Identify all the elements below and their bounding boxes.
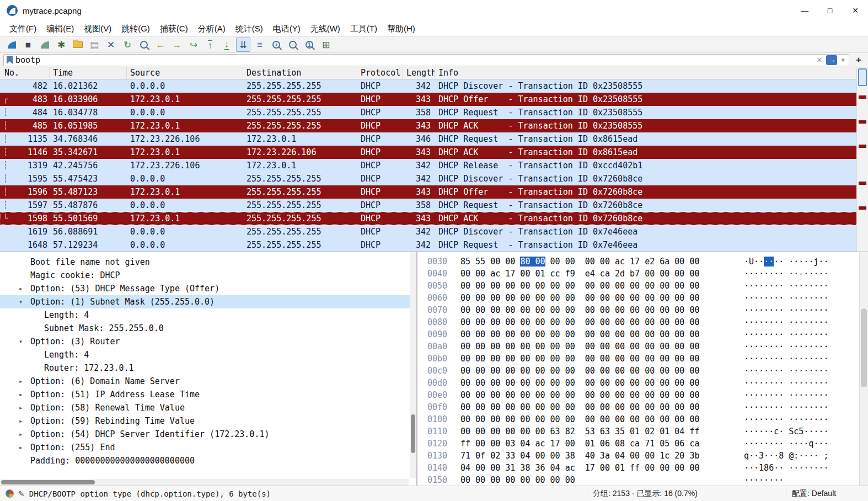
close-button[interactable]: ✕	[843, 0, 868, 21]
capture-restart-icon[interactable]	[37, 38, 52, 52]
minimize-button[interactable]: —	[792, 0, 817, 21]
menu-item-9[interactable]: 工具(T)	[345, 22, 382, 36]
hex-row[interactable]: 003085 55 00 00 80 00 00 00 00 00 ac 17 …	[417, 255, 868, 268]
detail-row[interactable]: ▾Option: (3) Router	[0, 335, 416, 348]
hex-row[interactable]: 00d000 00 00 00 00 00 00 00 00 00 00 00 …	[417, 377, 868, 389]
menu-item-0[interactable]: 文件(F)	[4, 22, 41, 36]
detail-row[interactable]: ▸Option: (51) IP Address Lease Time	[0, 388, 416, 401]
column-header-source[interactable]: Source	[127, 67, 243, 79]
packet-row[interactable]: └159855.501569172.23.0.1255.255.255.255D…	[0, 212, 868, 225]
hex-row[interactable]: 015000 00 00 00 00 00 00 00········	[417, 474, 868, 486]
menu-item-4[interactable]: 捕获(C)	[155, 22, 193, 36]
go-to-packet-icon[interactable]: ↪	[186, 38, 201, 52]
hex-row[interactable]: 013071 0f 02 33 04 00 00 38 40 3a 04 00 …	[417, 450, 868, 462]
scrollbar-thumb[interactable]	[858, 68, 867, 86]
packet-row[interactable]: 164857.1292340.0.0.0255.255.255.255DHCP3…	[0, 238, 868, 252]
expander-icon[interactable]: ▸	[19, 430, 30, 438]
packet-row[interactable]: ┆114635.342671172.23.0.1172.23.226.106DH…	[0, 146, 868, 159]
hex-vscroll-thumb[interactable]	[861, 308, 867, 388]
expander-icon[interactable]: ▸	[19, 417, 30, 425]
column-header-time[interactable]: Time	[50, 67, 127, 79]
detail-row[interactable]: Subnet Mask: 255.255.0.0	[0, 322, 416, 335]
hex-row[interactable]: 00c000 00 00 00 00 00 00 00 00 00 00 00 …	[417, 365, 868, 377]
column-header-destination[interactable]: Destination	[243, 67, 357, 79]
packet-row[interactable]: ┆131942.245756172.23.226.106172.23.0.1DH…	[0, 159, 868, 172]
filter-dropdown-icon[interactable]: ▾	[840, 56, 846, 64]
apply-filter-icon[interactable]: →	[826, 55, 837, 65]
detail-row[interactable]: Magic cookie: DHCP	[0, 269, 416, 282]
detail-row[interactable]: Padding: 000000000000000000000000	[0, 454, 416, 467]
zoom-out-icon[interactable]: −	[286, 38, 300, 52]
details-hscroll-thumb[interactable]	[1, 480, 95, 484]
add-filter-button[interactable]: +	[853, 54, 865, 66]
capture-start-icon[interactable]	[4, 38, 19, 52]
packet-row[interactable]: ┆113534.768346172.23.226.106172.23.0.1DH…	[0, 132, 868, 146]
menu-item-7[interactable]: 电话(Y)	[268, 22, 306, 36]
menu-item-5[interactable]: 分析(A)	[193, 22, 231, 36]
detail-row[interactable]: ▸Option: (6) Domain Name Server	[0, 375, 416, 388]
packet-row[interactable]: ┆159655.487123172.23.0.1255.255.255.255D…	[0, 185, 868, 199]
colorize-icon[interactable]: ≡	[253, 38, 267, 52]
hex-row[interactable]: 0120ff 00 00 03 04 ac 17 00 01 06 08 ca …	[417, 438, 868, 450]
detail-row[interactable]: ▾Option: (1) Subnet Mask (255.255.0.0)	[0, 295, 416, 308]
hex-row[interactable]: 007000 00 00 00 00 00 00 00 00 00 00 00 …	[417, 304, 868, 316]
detail-row[interactable]: Router: 172.23.0.1	[0, 361, 416, 375]
auto-scroll-icon[interactable]: ⇊	[236, 38, 250, 52]
menu-item-6[interactable]: 统计(S)	[231, 22, 268, 36]
packet-row[interactable]: 161956.0886910.0.0.0255.255.255.255DHCP3…	[0, 225, 868, 238]
details-horizontal-scrollbar[interactable]	[0, 479, 409, 486]
hex-row[interactable]: 006000 00 00 00 00 00 00 00 00 00 00 00 …	[417, 292, 868, 304]
column-header-no[interactable]: No.	[0, 67, 50, 79]
find-packet-icon[interactable]	[137, 38, 151, 52]
detail-row[interactable]: Boot file name not given	[0, 255, 416, 269]
hex-row[interactable]: 00b000 00 00 00 00 00 00 00 00 00 00 00 …	[417, 353, 868, 365]
expander-icon[interactable]: ▸	[19, 444, 30, 451]
hex-row[interactable]: 008000 00 00 00 00 00 00 00 00 00 00 00 …	[417, 316, 868, 328]
expander-icon[interactable]: ▸	[19, 377, 30, 385]
profile-text[interactable]: 配置: Default	[792, 489, 862, 499]
filter-bookmark-icon[interactable]	[7, 56, 13, 64]
maximize-button[interactable]: □	[817, 0, 843, 21]
hex-row[interactable]: 009000 00 00 00 00 00 00 00 00 00 00 00 …	[417, 328, 868, 340]
zoom-in-icon[interactable]: +	[269, 38, 283, 52]
packet-list-scrollbar[interactable]	[856, 67, 868, 252]
detail-row[interactable]: ▸Option: (255) End	[0, 441, 416, 454]
resize-columns-icon[interactable]: ⊞	[319, 38, 333, 52]
detail-row[interactable]: ▸Option: (53) DHCP Message Type (Offer)	[0, 282, 416, 295]
packet-row[interactable]: ┆48516.051985172.23.0.1255.255.255.255DH…	[0, 119, 868, 132]
column-header-length[interactable]: Length	[403, 67, 435, 79]
capture-comment-icon[interactable]: ✎	[18, 489, 25, 498]
hex-row[interactable]: 00e000 00 00 00 00 00 00 00 00 00 00 00 …	[417, 389, 868, 401]
hex-row[interactable]: 00f000 00 00 00 00 00 00 00 00 00 00 00 …	[417, 401, 868, 413]
zoom-original-icon[interactable]: 1	[302, 38, 317, 52]
menu-item-2[interactable]: 视图(V)	[79, 22, 116, 36]
expander-icon[interactable]: ▾	[19, 298, 30, 306]
menu-item-1[interactable]: 编辑(E)	[41, 22, 79, 36]
expert-info-icon[interactable]	[6, 489, 14, 498]
detail-row[interactable]: ▸Option: (59) Rebinding Time Value	[0, 414, 416, 428]
hex-row[interactable]: 004000 00 ac 17 00 01 cc f9 e4 ca 2d b7 …	[417, 268, 868, 280]
open-file-icon[interactable]	[71, 38, 85, 52]
packet-row[interactable]: 48216.0213620.0.0.0255.255.255.255DHCP34…	[0, 79, 868, 93]
menu-item-10[interactable]: 帮助(H)	[382, 22, 420, 36]
capture-options-icon[interactable]: ✱	[54, 38, 68, 52]
capture-stop-icon[interactable]: ■	[21, 38, 35, 52]
go-last-packet-icon[interactable]: ↓	[219, 38, 234, 52]
display-filter-input[interactable]	[15, 55, 813, 65]
column-header-protocol[interactable]: Protocol	[357, 67, 403, 79]
detail-row[interactable]: ▸Option: (54) DHCP Server Identifier (17…	[0, 428, 416, 441]
expander-icon[interactable]: ▸	[19, 391, 30, 398]
packet-row[interactable]: ┆159755.4878760.0.0.0255.255.255.255DHCP…	[0, 199, 868, 212]
hex-row[interactable]: 005000 00 00 00 00 00 00 00 00 00 00 00 …	[417, 280, 868, 292]
hex-row[interactable]: 00a000 00 00 00 00 00 00 00 00 00 00 00 …	[417, 340, 868, 353]
detail-row[interactable]: Length: 4	[0, 308, 416, 322]
go-back-icon[interactable]: ←	[153, 38, 168, 52]
go-first-packet-icon[interactable]: ↑	[203, 38, 217, 52]
expander-icon[interactable]: ▸	[19, 285, 30, 292]
save-file-icon[interactable]: ▤	[87, 38, 101, 52]
clear-filter-icon[interactable]: ✕	[816, 56, 824, 64]
menu-item-3[interactable]: 跳转(G)	[116, 22, 155, 36]
details-vscroll-thumb[interactable]	[411, 414, 415, 453]
detail-row[interactable]: Length: 4	[0, 348, 416, 361]
column-header-info[interactable]: Info	[435, 67, 868, 79]
